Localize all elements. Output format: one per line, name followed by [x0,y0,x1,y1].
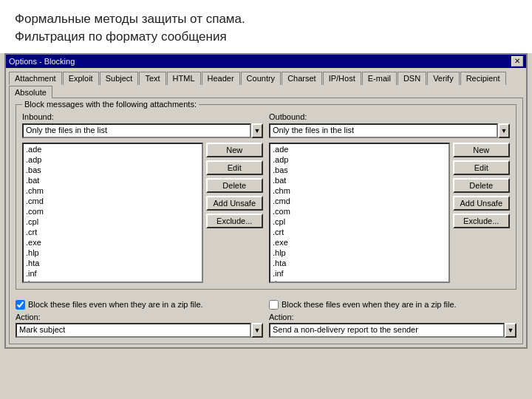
tab-subject[interactable]: Subject [100,72,139,85]
list-item[interactable]: .crt [270,227,449,237]
dialog-titlebar: Options - Blocking ✕ [6,55,526,68]
inbound-action-dropdown[interactable]: Mark subject [16,323,251,338]
outbound-action-label: Action: [269,313,516,321]
inbound-dropdown-arrow[interactable]: ▼ [251,123,263,138]
group-box-title: Block messages with the following attach… [22,100,199,109]
inbound-action-col: Action: Mark subject ▼ [16,313,263,338]
list-item[interactable]: .cmd [24,196,202,206]
list-item[interactable]: .ins [270,279,449,283]
list-item[interactable]: .cpl [24,216,202,227]
dialog-title: Options - Blocking [9,57,75,66]
outbound-listbox[interactable]: .ade.adp.bas.bat.chm.cmd.com.cpl.crt.exe… [269,143,450,283]
inbound-exclude-button[interactable]: Exclude... [206,214,263,228]
list-item[interactable]: .chm [270,185,449,196]
list-item[interactable]: .cmd [270,196,449,206]
inbound-action-label: Action: [16,313,263,321]
tab-absolute[interactable]: Absolute [9,86,52,98]
list-item[interactable]: .adp [270,154,449,165]
tab-html[interactable]: HTML [167,72,201,85]
list-item[interactable]: .exe [270,237,449,248]
list-item[interactable]: .chm [24,185,202,196]
outbound-action-dropdown[interactable]: Send a non-delivery report to the sender [269,323,505,338]
tab-dsn[interactable]: DSN [398,72,426,85]
list-item[interactable]: .bas [24,165,202,175]
inbound-checkbox-row: Block these files even when they are in … [16,300,263,310]
tab-iphost[interactable]: IP/Host [323,72,361,85]
inbound-list-area: .ade.adp.bas.bat.chm.cmd.com.cpl.crt.exe… [22,143,263,283]
outbound-action-dropdown-arrow[interactable]: ▼ [505,323,516,338]
tab-attachment[interactable]: Attachment [9,72,62,85]
outbound-action-row: Action: Send a non-delivery report to th… [269,313,516,338]
list-item[interactable]: .ade [270,144,449,154]
list-item[interactable]: .bas [270,165,449,175]
tab-exploit[interactable]: Exploit [63,72,99,85]
inbound-dropdown[interactable]: Only the files in the list [22,123,251,138]
inbound-listbox[interactable]: .ade.adp.bas.bat.chm.cmd.com.cpl.crt.exe… [22,143,203,283]
options-dialog: Options - Blocking ✕ Attachment Exploit … [4,53,528,349]
list-item[interactable]: .hlp [270,248,449,258]
list-item[interactable]: .adp [24,154,202,165]
list-item[interactable]: .com [24,206,202,216]
tab-verify[interactable]: Verify [427,72,460,85]
tab-header[interactable]: Header [202,72,240,85]
tab-text[interactable]: Text [139,72,166,85]
list-item[interactable]: .bat [24,175,202,185]
inbound-label: Inbound: [22,112,263,121]
tab-country[interactable]: Country [241,72,282,85]
outbound-zip-checkbox[interactable] [269,300,279,310]
list-item[interactable]: .inf [270,268,449,279]
list-item[interactable]: .com [270,206,449,216]
inbound-edit-button[interactable]: Edit [206,160,263,175]
close-button[interactable]: ✕ [511,56,523,66]
tab-content: Block messages with the following attach… [9,98,523,344]
inbound-action-dropdown-wrap: Mark subject ▼ [16,323,263,338]
outbound-checkbox-row: Block these files even when they are in … [269,300,516,310]
outbound-action-col: Action: Send a non-delivery report to th… [269,313,516,338]
list-item[interactable]: .hta [24,258,202,268]
outbound-buttons: New Edit Delete Add Unsafe Exclude... [453,143,510,283]
list-item[interactable]: .bat [270,175,449,185]
outbound-dropdown-arrow[interactable]: ▼ [498,123,510,138]
outbound-add-unsafe-button[interactable]: Add Unsafe [453,196,510,211]
outbound-action-dropdown-wrap: Send a non-delivery report to the sender… [269,323,516,338]
list-item[interactable]: .hlp [24,248,202,258]
outbound-exclude-button[interactable]: Exclude... [453,214,510,228]
outbound-column: Outbound: Only the files in the list ▼ .… [269,109,510,283]
list-item[interactable]: .hta [270,258,449,268]
inbound-delete-button[interactable]: Delete [206,178,263,193]
list-item[interactable]: .exe [24,237,202,248]
outbound-zip-label: Block these files even when they are in … [282,300,457,309]
outbound-list-area: .ade.adp.bas.bat.chm.cmd.com.cpl.crt.exe… [269,143,510,283]
list-item[interactable]: .ins [24,279,202,283]
tabs-bar: Attachment Exploit Subject Text HTML Hea… [6,68,526,98]
outbound-bottom: Block these files even when they are in … [269,296,516,338]
inbound-zip-label: Block these files even when they are in … [28,300,203,309]
outbound-dropdown[interactable]: Only the files in the list [269,123,498,138]
list-item[interactable]: .ade [24,144,202,154]
inbound-add-unsafe-button[interactable]: Add Unsafe [206,196,263,211]
attachment-group: Block messages with the following attach… [16,104,516,290]
outbound-dropdown-wrap: Only the files in the list ▼ [269,123,510,138]
slide-title: Формальные методы защиты от спама. Фильт… [0,0,532,53]
inbound-bottom: Block these files even when they are in … [16,296,263,338]
bottom-rows: Block these files even when they are in … [16,296,516,338]
list-item[interactable]: .cpl [270,216,449,227]
outbound-delete-button[interactable]: Delete [453,178,510,193]
tab-email[interactable]: E-mail [362,72,397,85]
inbound-dropdown-wrap: Only the files in the list ▼ [22,123,263,138]
outbound-edit-button[interactable]: Edit [453,160,510,175]
tab-recipient[interactable]: Recipient [460,72,506,85]
list-item[interactable]: .inf [24,268,202,279]
inbound-buttons: New Edit Delete Add Unsafe Exclude... [206,143,263,283]
inbound-action-row: Action: Mark subject ▼ [16,313,263,338]
outbound-label: Outbound: [269,112,510,121]
inbound-action-dropdown-arrow[interactable]: ▼ [251,323,263,338]
inbound-new-button[interactable]: New [206,143,263,157]
list-item[interactable]: .crt [24,227,202,237]
tab-charset[interactable]: Charset [282,72,322,85]
inbound-zip-checkbox[interactable] [16,300,25,310]
inbound-column: Inbound: Only the files in the list ▼ .a… [22,109,263,283]
inbound-outbound-columns: Inbound: Only the files in the list ▼ .a… [22,109,510,283]
outbound-new-button[interactable]: New [453,143,510,157]
